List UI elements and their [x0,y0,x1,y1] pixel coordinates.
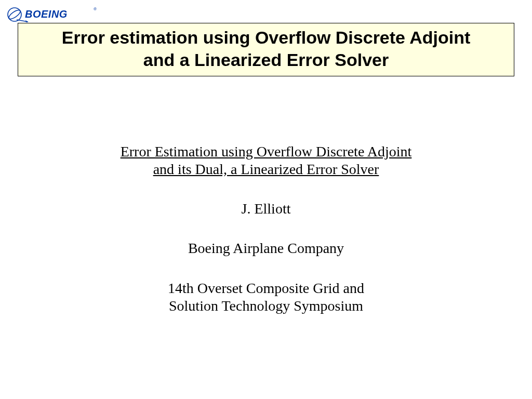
event-name: 14th Overset Composite Grid and Solution… [0,280,532,315]
logo-wordmark: BOEING [25,8,68,20]
subtitle-line-1: Error Estimation using Overflow Discrete… [121,143,412,159]
slide-title-bar: Error estimation using Overflow Discrete… [18,23,514,76]
company-name: Boeing Airplane Company [0,240,532,257]
slide-title: Error estimation using Overflow Discrete… [22,26,510,71]
subtitle: Error Estimation using Overflow Discrete… [0,143,532,178]
subtitle-line-2: and its Dual, a Linearized Error Solver [153,161,379,177]
boeing-logo: BOEING ® [5,4,99,23]
svg-text:®: ® [94,7,97,11]
title-line-2: and a Linearized Error Solver [143,50,389,70]
author-name: J. Elliott [0,200,532,218]
title-line-1: Error estimation using Overflow Discrete… [62,28,471,47]
slide-body: Error Estimation using Overflow Discrete… [0,143,532,315]
event-line-1: 14th Overset Composite Grid and [168,280,364,296]
event-line-2: Solution Technology Symposium [169,298,363,314]
